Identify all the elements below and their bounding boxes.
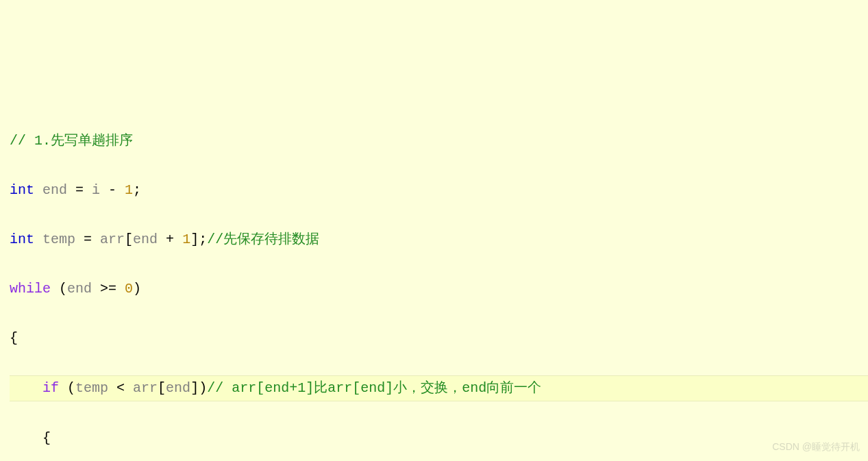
code-line-4: while (end >= 0) <box>10 277 868 301</box>
operator: >= <box>92 281 125 297</box>
number: 1 <box>125 182 133 198</box>
punct: ]) <box>190 380 207 396</box>
punct: ) <box>133 281 141 297</box>
identifier: end <box>42 182 67 198</box>
punct: ( <box>51 281 67 297</box>
brace: { <box>10 330 18 346</box>
identifier: temp <box>42 232 75 247</box>
punct: ]; <box>190 232 207 247</box>
code-line-2: int end = i - 1; <box>10 178 868 203</box>
keyword-while: while <box>10 281 51 297</box>
punct: ; <box>133 182 141 198</box>
watermark: CSDN @睡觉待开机 <box>772 438 860 456</box>
operator: = <box>75 232 100 247</box>
comment: // 1.先写单趟排序 <box>10 133 133 149</box>
code-line-3: int temp = arr[end + 1];//先保存待排数据 <box>10 227 868 252</box>
comment: //先保存待排数据 <box>207 232 319 247</box>
operator: + <box>158 232 182 247</box>
operator: = <box>67 182 92 198</box>
identifier: temp <box>75 380 108 396</box>
code-line-7: { <box>10 426 868 451</box>
punct: [ <box>158 380 166 396</box>
code-line-5: { <box>10 326 868 351</box>
identifier: i <box>92 182 100 198</box>
punct: ( <box>59 380 75 396</box>
code-line-1: // 1.先写单趟排序 <box>10 129 868 153</box>
identifier: arr <box>133 380 158 396</box>
number: 1 <box>182 232 190 247</box>
keyword-int: int <box>10 232 34 247</box>
identifier: end <box>166 380 190 396</box>
comment: // arr[end+1]比arr[end]小，交换，end向前一个 <box>207 380 541 396</box>
brace: { <box>42 430 51 446</box>
operator: < <box>108 380 133 396</box>
code-line-6-highlighted: if (temp < arr[end])// arr[end+1]比arr[en… <box>10 375 868 401</box>
identifier: arr <box>100 232 125 247</box>
code-editor: // 1.先写单趟排序 int end = i - 1; int temp = … <box>10 104 868 461</box>
identifier: end <box>133 232 158 247</box>
keyword-if: if <box>42 380 59 396</box>
number: 0 <box>125 281 133 297</box>
punct: [ <box>125 232 133 247</box>
keyword-int: int <box>10 182 34 198</box>
identifier: end <box>67 281 92 297</box>
operator: - <box>100 182 125 198</box>
